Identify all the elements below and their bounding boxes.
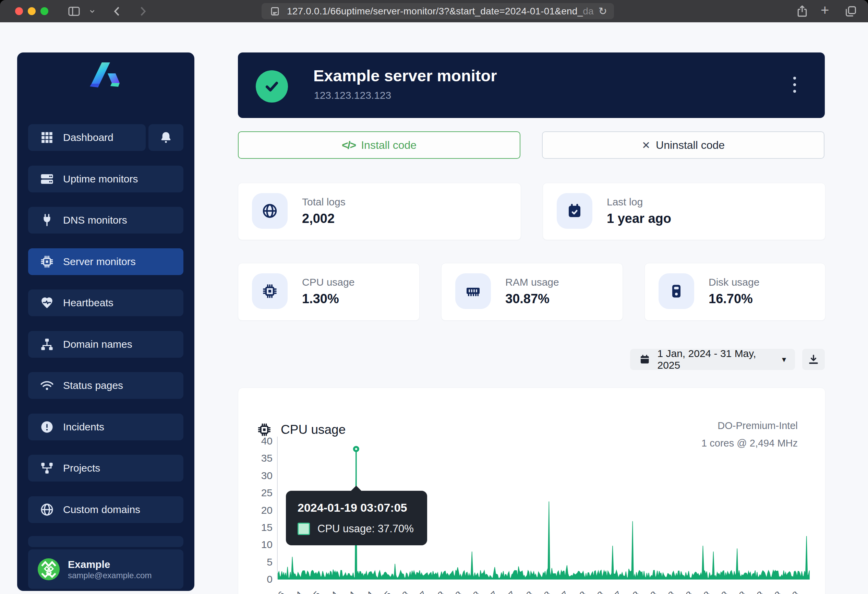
plug-icon [40,213,54,228]
flow-nodes-icon [40,461,54,475]
svg-text:35: 35 [261,452,273,464]
sidebar-item-dashboard[interactable]: Dashboard [28,124,146,151]
close-window-button[interactable] [15,7,23,15]
globe-icon [252,193,288,229]
stat-value: 1.30% [302,291,354,306]
kebab-icon [788,74,802,96]
share-icon[interactable] [795,4,809,19]
svg-text:07: 07 [610,589,624,594]
sidebar-item-projects[interactable]: Projects [28,455,183,482]
download-report-button[interactable] [802,349,825,370]
svg-text:08: 08 [645,589,659,594]
svg-text:07: 07 [503,589,517,594]
chevron-down-icon[interactable] [89,7,96,16]
stat-value: 30.87% [505,291,559,306]
check-icon [263,77,281,95]
sidebar-item-label: Projects [63,462,100,474]
account-menu[interactable]: Example sample@example.com [28,550,183,589]
sidebar-item-status-pages[interactable]: Status pages [28,372,183,399]
svg-text:08: 08 [592,589,606,594]
svg-text:04: 04 [290,589,305,594]
sidebar-toggle-icon[interactable] [67,4,81,19]
svg-text:08: 08 [397,589,411,594]
svg-text:40: 40 [261,435,273,446]
address-bar[interactable]: 127.0.0.1/66uptime/server-monitor/3?&sta… [261,3,614,19]
cpu-usage-card: CPU usage 1.30% [238,263,419,321]
svg-text:08: 08 [627,589,641,594]
sidebar-item-label: Dashboard [63,132,114,143]
svg-text:08: 08 [769,589,783,594]
browser-window: 127.0.0.1/66uptime/server-monitor/3?&sta… [0,0,868,594]
more-options-button[interactable] [788,74,802,97]
cpu-usage-chart-card: CPU usage DO-Premium-Intel 1 cores @ 2,4… [238,387,825,594]
notifications-button[interactable] [148,124,183,151]
sidebar-item-incidents[interactable]: Incidents [28,414,183,440]
svg-text:10: 10 [261,539,273,550]
sidebar-item-uptime-monitors[interactable]: Uptime monitors [28,165,183,192]
status-up-badge [256,70,288,102]
reload-icon[interactable]: ↻ [599,5,607,17]
minimize-window-button[interactable] [28,7,35,15]
svg-text:05: 05 [379,589,393,594]
chart-tooltip: 2024-01-19 03:07:05 CPU usage: 37.70% [286,491,427,545]
svg-text:25: 25 [261,487,273,498]
reader-icon[interactable] [269,6,281,17]
svg-text:08: 08 [539,589,553,594]
sidebar-item-domain-names[interactable]: Domain names [28,331,183,358]
monitor-title: Example server monitor [313,66,497,85]
sidebar-item-label: Server monitors [63,256,136,267]
avatar [38,559,60,580]
svg-text:04: 04 [326,589,340,594]
tab-overview-icon[interactable] [844,4,858,19]
download-icon [807,353,820,366]
svg-text:08: 08 [450,589,464,594]
forward-button[interactable] [136,4,149,19]
sidebar-item-heartbeats[interactable]: Heartbeats [28,290,183,316]
new-tab-icon[interactable]: + [821,2,829,19]
svg-text:05: 05 [308,589,322,594]
svg-text:26: 26 [273,589,287,594]
sidebar-item-label: Domain names [63,338,132,350]
server-stack-icon [40,172,54,186]
account-email: sample@example.com [68,571,152,580]
sidebar-item-custom-domains[interactable]: Custom domains [28,496,183,523]
svg-text:20: 20 [261,504,273,516]
grid-icon [40,130,54,145]
tooltip-timestamp: 2024-01-19 03:07:05 [298,501,415,514]
stat-label: Last log [607,196,671,208]
page-background: Dashboard Uptime monitors DNS monitors S… [0,22,868,594]
svg-text:08: 08 [698,589,712,594]
hard-drive-icon [658,273,694,309]
url-text: 127.0.0.1/66uptime/server-monitor/3?&sta… [287,6,594,17]
alert-circle-icon [40,420,54,434]
sidebar: Dashboard Uptime monitors DNS monitors S… [17,52,194,591]
stat-label: Total logs [302,196,345,208]
sidebar-item-label: Custom domains [63,504,140,516]
svg-text:08: 08 [468,589,482,594]
sidebar-item-dns-monitors[interactable]: DNS monitors [28,207,183,233]
sitemap-icon [40,337,54,352]
sidebar-item-server-monitors[interactable]: Server monitors [28,248,183,275]
svg-text:08: 08 [787,589,801,594]
back-button[interactable] [111,4,124,19]
uninstall-code-button[interactable]: ✕ Uninstall code [542,132,824,159]
stat-label: CPU usage [302,276,354,288]
globe-icon [40,502,54,517]
server-name: DO-Premium-Intel [701,421,798,431]
monitor-header: Example server monitor 123.123.123.123 [238,52,825,118]
stat-value: 2,002 [302,211,345,226]
svg-text:5: 5 [267,556,273,567]
svg-text:08: 08 [521,589,535,594]
calendar-check-icon [557,193,592,229]
svg-text:08: 08 [734,589,748,594]
date-range-picker[interactable]: 1 Jan, 2024 - 31 May, 2025 ▾ [630,349,795,370]
wifi-icon [40,378,54,393]
svg-text:08: 08 [716,589,730,594]
zoom-window-button[interactable] [40,7,48,15]
svg-text:08: 08 [574,589,588,594]
svg-text:08: 08 [432,589,446,594]
install-code-button[interactable]: </> Install code [238,132,520,159]
disk-usage-card: Disk usage 16.70% [645,263,825,321]
svg-text:04: 04 [344,589,358,594]
sidebar-item-label: DNS monitors [63,214,127,226]
